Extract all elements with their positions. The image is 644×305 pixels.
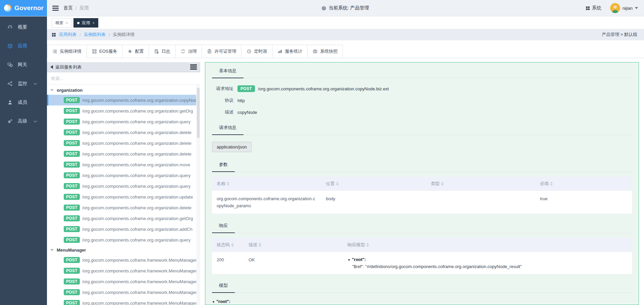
toolbar-tab-6[interactable]: 许可证管理 bbox=[202, 45, 241, 58]
status-description: OK bbox=[244, 252, 343, 274]
close-icon[interactable]: × bbox=[92, 21, 94, 25]
sidebar-item-6[interactable]: 高级 bbox=[0, 112, 47, 131]
column-header[interactable]: 响应模型 bbox=[343, 238, 632, 252]
sort-icon[interactable] bbox=[227, 182, 229, 186]
app-logo[interactable]: Governor bbox=[0, 0, 47, 16]
toolbar-tab-9[interactable]: 系统快照 bbox=[308, 45, 343, 58]
toolbar-tab-2[interactable]: EOS服务 bbox=[87, 45, 122, 58]
breadcrumb-link-2[interactable]: 实例组列表 bbox=[84, 32, 106, 38]
service-path: /org.gocom.components.coframe.org.organi… bbox=[82, 216, 196, 221]
toolbar-tab-label: 定时器 bbox=[254, 48, 267, 54]
column-header[interactable]: 类型 bbox=[426, 177, 536, 191]
model-root-line[interactable]: ▼"root": bbox=[347, 256, 627, 263]
toolbar-tab-7[interactable]: 定时器 bbox=[241, 45, 272, 58]
page-tab-2[interactable]: 应用× bbox=[73, 18, 98, 28]
service-item[interactable]: POST/org.gocom.components.coframe.org.or… bbox=[47, 224, 196, 234]
scrollbar-thumb[interactable] bbox=[197, 88, 200, 138]
page-tab-1[interactable]: 概要× bbox=[52, 18, 71, 28]
user-menu[interactable]: nijian bbox=[610, 3, 638, 13]
service-item[interactable]: POST/org.gocom.components.coframe.org.or… bbox=[47, 191, 196, 202]
service-item[interactable]: POST/org.gocom.components.coframe.framew… bbox=[47, 265, 196, 276]
toolbar-tab-8[interactable]: 服务统计 bbox=[272, 45, 308, 58]
description-value: copyNode bbox=[237, 110, 257, 115]
method-badge: POST bbox=[64, 108, 80, 114]
column-header[interactable]: 位置 bbox=[321, 177, 426, 191]
service-group-header[interactable]: MenuManager bbox=[47, 245, 196, 255]
model-tab[interactable]: 模型 bbox=[212, 282, 235, 293]
sidebar-item-3[interactable]: 网关 bbox=[0, 55, 47, 74]
service-item[interactable]: POST/org.gocom.components.coframe.org.or… bbox=[47, 202, 196, 213]
method-badge: POST bbox=[64, 278, 80, 285]
collapse-arrow-icon[interactable]: ▼ bbox=[212, 299, 215, 305]
sidebar-item-1[interactable]: 概要 bbox=[0, 18, 47, 37]
sort-icon[interactable] bbox=[231, 243, 234, 247]
toolbar-tab-label: 日志 bbox=[161, 48, 170, 54]
collapse-arrow-icon[interactable]: ▼ bbox=[347, 257, 351, 263]
column-header[interactable]: 描述 bbox=[244, 238, 343, 252]
sidebar-item-2[interactable]: 应用 bbox=[0, 37, 47, 55]
service-list-scrollbar[interactable] bbox=[196, 85, 200, 305]
content-type-button[interactable]: application/json bbox=[212, 142, 252, 152]
sidebar-item-5[interactable]: 成员 bbox=[0, 93, 47, 112]
toolbar-tab-4[interactable]: 日志 bbox=[149, 45, 175, 58]
sort-icon[interactable] bbox=[336, 182, 339, 186]
response-tab[interactable]: 响应 bbox=[212, 223, 235, 233]
service-group-header[interactable]: organization bbox=[47, 85, 196, 95]
service-item[interactable]: POST/org.gocom.components.coframe.framew… bbox=[47, 276, 196, 287]
param-name: org.gocom.components.coframe.org.organiz… bbox=[212, 191, 321, 214]
method-badge: POST bbox=[64, 226, 80, 232]
service-item[interactable]: POST/org.gocom.components.coframe.org.or… bbox=[47, 148, 196, 159]
search-input[interactable] bbox=[47, 72, 200, 84]
service-item[interactable]: POST/org.gocom.components.coframe.org.or… bbox=[47, 127, 196, 138]
service-item[interactable]: POST/org.gocom.components.coframe.org.or… bbox=[47, 105, 196, 116]
params-tab[interactable]: 参数 bbox=[212, 162, 235, 172]
chevron-down-icon bbox=[34, 120, 37, 123]
panel-menu-icon[interactable] bbox=[190, 64, 197, 70]
service-item[interactable]: POST/org.gocom.components.coframe.framew… bbox=[47, 287, 196, 298]
column-header-label: 类型 bbox=[431, 181, 440, 187]
hamburger-icon[interactable] bbox=[52, 6, 59, 11]
grid-icon bbox=[52, 33, 56, 37]
toolbar-tab-5[interactable]: 治理 bbox=[175, 45, 202, 58]
close-icon[interactable]: × bbox=[66, 21, 68, 25]
column-header[interactable]: 必填 bbox=[535, 177, 632, 191]
method-badge: POST bbox=[64, 194, 80, 200]
column-header[interactable]: 状态码 bbox=[212, 238, 244, 252]
model-tree-line[interactable]: ▼"root": bbox=[212, 298, 632, 305]
log-icon bbox=[154, 49, 159, 54]
service-item[interactable]: POST/org.gocom.components.coframe.framew… bbox=[47, 298, 196, 305]
toolbar-tab-3[interactable]: 配置 bbox=[122, 45, 149, 58]
service-item[interactable]: POST/org.gocom.components.coframe.org.or… bbox=[47, 95, 196, 105]
sort-icon[interactable] bbox=[259, 243, 261, 247]
service-path: /org.gocom.components.coframe.org.organi… bbox=[82, 151, 196, 157]
request-url-value: /org.gocom.components.coframe.org.organi… bbox=[258, 86, 389, 91]
column-header-inner: 名称 bbox=[217, 181, 229, 187]
sort-icon[interactable] bbox=[441, 182, 444, 186]
service-item[interactable]: POST/org.gocom.components.coframe.framew… bbox=[47, 255, 196, 265]
sidebar-item-4[interactable]: 监控 bbox=[0, 74, 47, 93]
top-bar: Governor 首页 / 应用 当前系统: 产品管理 系统 bbox=[0, 0, 644, 16]
method-badge: POST bbox=[64, 237, 80, 243]
request-info-tab[interactable]: 请求信息 bbox=[212, 125, 244, 135]
toolbar-tab-1[interactable]: 实例组详情 bbox=[47, 45, 87, 58]
service-item[interactable]: POST/org.gocom.components.coframe.org.or… bbox=[47, 234, 196, 245]
breadcrumb-separator: / bbox=[109, 32, 110, 37]
service-item[interactable]: POST/org.gocom.components.coframe.org.or… bbox=[47, 116, 196, 127]
model-root-key: "root": bbox=[352, 256, 366, 263]
back-to-service-list[interactable]: 返回服务列表 bbox=[50, 64, 82, 70]
system-menu[interactable]: 系统 bbox=[586, 5, 601, 11]
sort-icon[interactable] bbox=[366, 243, 369, 247]
basic-info-tab[interactable]: 基本信息 bbox=[212, 68, 244, 78]
column-header[interactable]: 名称 bbox=[212, 177, 321, 191]
sort-icon[interactable] bbox=[550, 182, 553, 186]
breadcrumb-home[interactable]: 首页 bbox=[63, 5, 73, 11]
service-item[interactable]: POST/org.gocom.components.coframe.org.or… bbox=[47, 159, 196, 170]
column-header-label: 描述 bbox=[249, 242, 257, 248]
service-item[interactable]: POST/org.gocom.components.coframe.org.or… bbox=[47, 213, 196, 224]
service-item[interactable]: POST/org.gocom.components.coframe.org.or… bbox=[47, 170, 196, 181]
service-item[interactable]: POST/org.gocom.components.coframe.org.or… bbox=[47, 181, 196, 191]
breadcrumb-link-1[interactable]: 应用列表 bbox=[59, 32, 76, 38]
service-item[interactable]: POST/org.gocom.components.coframe.org.or… bbox=[47, 138, 196, 148]
service-path: /org.gocom.components.coframe.org.organi… bbox=[82, 119, 196, 124]
toolbar-tab-label: 实例组详情 bbox=[60, 48, 82, 54]
